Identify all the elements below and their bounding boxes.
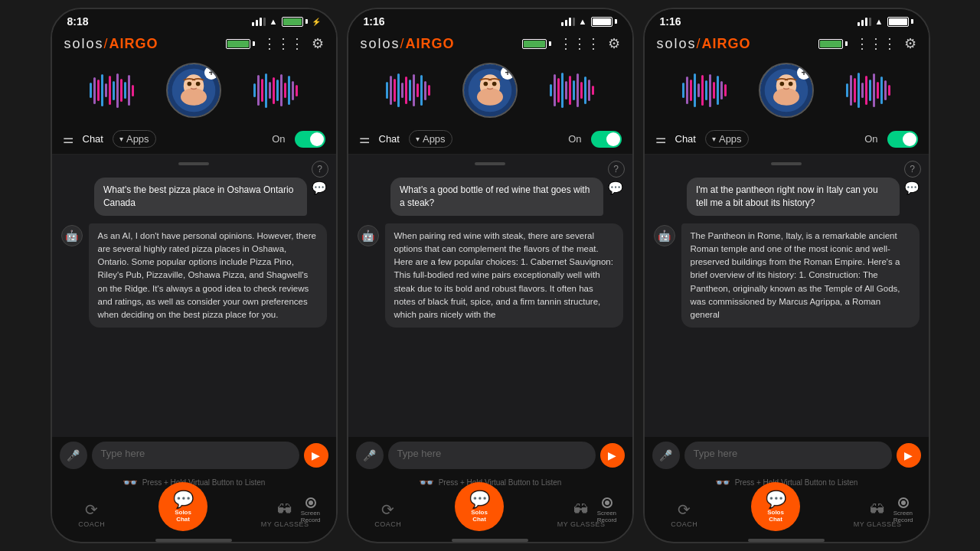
- status-icons-3: ▲: [858, 17, 913, 27]
- add-avatar-btn-2[interactable]: +: [501, 66, 514, 80]
- nav-coach-3[interactable]: ⟳ COACH: [671, 500, 697, 528]
- logo-slash-3: /: [697, 36, 702, 52]
- nav-solos-3[interactable]: 💬 SolosChat: [751, 497, 800, 531]
- signal-bar-2a: [561, 22, 564, 26]
- nav-solos-1[interactable]: 💬 SolosChat: [158, 497, 207, 531]
- signal-bar-3d: [869, 18, 871, 26]
- signal-bar-2d: [573, 18, 575, 26]
- logo-solos-3: solos: [657, 36, 697, 52]
- gear-icon-1[interactable]: ⚙: [312, 35, 324, 52]
- signal-bar-4: [263, 18, 266, 26]
- text-input-3[interactable]: Type here: [684, 442, 892, 469]
- gear-icon-3[interactable]: ⚙: [904, 35, 916, 52]
- solos-chat-btn-1[interactable]: 💬 SolosChat: [158, 482, 207, 531]
- ai-text-2: When pairing red wine with steak, there …: [394, 230, 614, 322]
- screen-record-2[interactable]: ScreenRecord: [597, 497, 617, 523]
- chat-tab-3[interactable]: Chat: [675, 133, 696, 145]
- voice-section-1: +: [52, 57, 336, 124]
- signal-bar-3b: [861, 20, 864, 26]
- toggle-switch-3[interactable]: [887, 131, 918, 148]
- toggle-knob-2: [606, 132, 620, 146]
- screen-record-3[interactable]: ScreenRecord: [893, 497, 913, 523]
- grid-icon-2[interactable]: ⋮⋮⋮: [559, 35, 600, 52]
- waveform-left-3: [654, 71, 756, 109]
- solos-chat-btn-3[interactable]: 💬 SolosChat: [751, 482, 800, 531]
- record-label-1: ScreenRecord: [301, 510, 321, 523]
- user-msg-icon-3: 💬: [904, 181, 920, 195]
- apps-tab-1[interactable]: Apps: [126, 133, 149, 145]
- add-avatar-btn-3[interactable]: +: [797, 66, 811, 80]
- screen-record-1[interactable]: ScreenRecord: [301, 497, 321, 523]
- nav-coach-1[interactable]: ⟳ COACH: [78, 500, 105, 528]
- user-text-2: What's a good bottle of red wine that go…: [400, 184, 594, 210]
- grid-icon-3[interactable]: ⋮⋮⋮: [855, 35, 897, 52]
- send-btn-3[interactable]: ▶: [897, 443, 921, 468]
- toggle-switch-1[interactable]: [295, 131, 325, 148]
- user-msg-icon-1: 💬: [312, 181, 327, 195]
- help-icon-1[interactable]: ?: [312, 161, 328, 178]
- filter-icon-2[interactable]: ⚌: [359, 132, 370, 146]
- nav-right-3: ⋮⋮⋮ ⚙: [818, 35, 916, 52]
- signal-bar-2c: [569, 18, 571, 26]
- status-time-2: 1:16: [364, 15, 385, 28]
- text-input-1[interactable]: Type here: [92, 442, 299, 469]
- avatar-2[interactable]: +: [462, 63, 518, 118]
- input-bar-2: 🎤 Type here ▶: [348, 437, 632, 474]
- chat-bubble-icon-3: 💬: [766, 490, 786, 510]
- toggle-bar-3: ⚌ Chat ▾ Apps On: [645, 124, 929, 155]
- signal-bars-1: [252, 18, 266, 26]
- chat-bubble-icon-1: 💬: [173, 490, 194, 510]
- apps-tab-3[interactable]: Apps: [719, 133, 742, 145]
- logo-2: solos / AIRGO: [361, 36, 455, 52]
- logo-slash-2: /: [400, 36, 406, 52]
- help-icon-3[interactable]: ?: [904, 161, 921, 178]
- avatar-1[interactable]: +: [166, 63, 221, 118]
- top-nav-1: solos / AIRGO ⋮⋮⋮ ⚙: [52, 31, 336, 57]
- mic-icon-2: 🎤: [363, 449, 376, 461]
- text-input-2[interactable]: Type here: [388, 442, 596, 469]
- top-nav-3: solos / AIRGO ⋮⋮⋮ ⚙: [645, 31, 929, 57]
- svg-point-4: [188, 82, 192, 86]
- apps-tab-2[interactable]: Apps: [423, 133, 446, 145]
- waveform-left-2: [358, 71, 460, 109]
- solos-chat-btn-2[interactable]: 💬 SolosChat: [455, 482, 504, 531]
- help-icon-2[interactable]: ?: [608, 161, 625, 178]
- waveform-right-1: [224, 71, 327, 109]
- apps-wrap-1[interactable]: ▾ Apps: [113, 130, 156, 148]
- bottom-nav-1: ScreenRecord ⟳ COACH 💬 SolosChat 🕶 MY GL…: [52, 493, 336, 539]
- filter-icon-1[interactable]: ⚌: [63, 132, 74, 146]
- send-btn-1[interactable]: ▶: [304, 443, 328, 468]
- voice-section-3: +: [645, 57, 929, 124]
- gear-icon-2[interactable]: ⚙: [608, 35, 620, 52]
- svg-point-15: [773, 88, 799, 106]
- signal-bars-2: [561, 18, 575, 26]
- status-bar-2: 1:16 ▲: [348, 9, 632, 31]
- toggle-switch-2[interactable]: [591, 131, 622, 148]
- input-placeholder-3: Type here: [694, 448, 738, 459]
- chat-tab-1[interactable]: Chat: [83, 133, 103, 145]
- glasses-icon-3: 👓: [715, 475, 730, 490]
- send-btn-2[interactable]: ▶: [600, 443, 625, 468]
- voice-section-2: +: [348, 57, 632, 124]
- battery-nav-3: [818, 39, 848, 49]
- mic-btn-1[interactable]: 🎤: [60, 442, 87, 469]
- nav-coach-2[interactable]: ⟳ COACH: [374, 500, 401, 528]
- signal-bar-3: [260, 18, 262, 26]
- avatar-3[interactable]: +: [759, 63, 814, 118]
- drag-handle-2: [475, 162, 505, 165]
- mic-btn-3[interactable]: 🎤: [652, 442, 680, 469]
- top-nav-2: solos / AIRGO ⋮⋮⋮ ⚙: [348, 31, 632, 57]
- chat-tab-2[interactable]: Chat: [379, 133, 400, 145]
- filter-icon-3[interactable]: ⚌: [655, 132, 666, 146]
- logo-slash-1: /: [104, 36, 109, 52]
- svg-point-10: [484, 82, 488, 86]
- apps-wrap-3[interactable]: ▾ Apps: [705, 130, 749, 148]
- add-avatar-btn-1[interactable]: +: [204, 66, 218, 80]
- grid-icon-1[interactable]: ⋮⋮⋮: [263, 35, 304, 52]
- home-indicator-1: [155, 539, 232, 542]
- mic-btn-2[interactable]: 🎤: [356, 442, 384, 469]
- signal-bar-2: [256, 20, 258, 26]
- wifi-icon-3: ▲: [875, 17, 884, 26]
- nav-solos-2[interactable]: 💬 SolosChat: [455, 497, 504, 531]
- apps-wrap-2[interactable]: ▾ Apps: [409, 130, 452, 148]
